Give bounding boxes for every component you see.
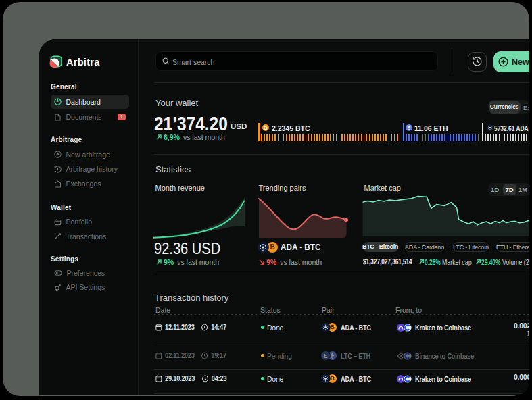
svg-text:B: B <box>270 243 274 251</box>
svg-text:Ł: Ł <box>324 353 328 359</box>
svg-text:B: B <box>330 375 334 382</box>
svg-text:B: B <box>264 125 267 130</box>
svg-text:B: B <box>330 324 334 330</box>
